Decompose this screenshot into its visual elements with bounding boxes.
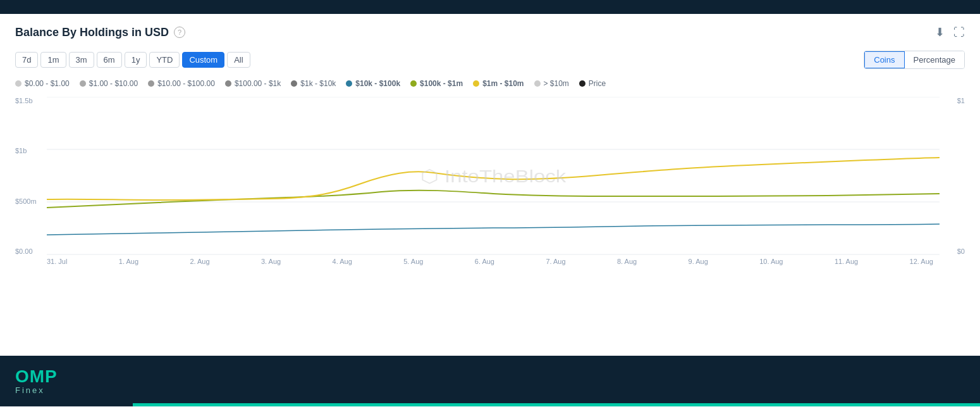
view-percentage[interactable]: Percentage xyxy=(905,51,965,68)
legend-item-5: $10k - $100k xyxy=(346,79,400,88)
x-label-3: 3. Aug xyxy=(261,258,281,265)
x-label-5: 5. Aug xyxy=(403,258,423,265)
legend-label-9: Price xyxy=(589,79,606,88)
view-toggle: Coins Percentage xyxy=(864,51,965,69)
x-label-4: 4. Aug xyxy=(333,258,352,265)
olive-line xyxy=(47,191,940,208)
legend-dot-6 xyxy=(410,80,417,87)
x-axis-row: 31. Jul 1. Aug 2. Aug 3. Aug 4. Aug 5. A… xyxy=(15,255,965,272)
legend-item-9: Price xyxy=(579,79,606,88)
logo-omp: OMP xyxy=(15,368,58,385)
title-area: Balance By Holdings in USD ? xyxy=(15,26,185,39)
legend-label-1: $1.00 - $10.00 xyxy=(89,79,138,88)
legend-dot-4 xyxy=(291,80,297,87)
y-label-bottom: $0.00 xyxy=(15,247,43,255)
controls-row: 7d 1m 3m 6m 1y YTD Custom All Coins Perc… xyxy=(15,51,965,69)
view-coins[interactable]: Coins xyxy=(864,51,904,68)
x-label-1: 1. Aug xyxy=(119,258,138,265)
filter-all[interactable]: All xyxy=(227,52,250,68)
legend-label-2: $10.00 - $100.00 xyxy=(157,79,215,88)
y-axis-left: $1.5b $1b $500m $0.00 xyxy=(15,97,47,255)
legend-item-1: $1.00 - $10.00 xyxy=(80,79,138,88)
chart-svg: ⬡ IntoTheBlock xyxy=(47,97,940,255)
legend-item-3: $100.00 - $1k xyxy=(225,79,281,88)
header-row: Balance By Holdings in USD ? ⬇ ⛶ xyxy=(15,25,965,39)
legend-dot-9 xyxy=(579,80,585,87)
time-filters: 7d 1m 3m 6m 1y YTD Custom All xyxy=(15,52,250,68)
chart-svg-wrapper: ⬡ IntoTheBlock xyxy=(47,97,940,255)
filter-6m[interactable]: 6m xyxy=(97,52,122,68)
y-right-top: $1 xyxy=(943,97,965,104)
legend-dot-1 xyxy=(80,80,86,87)
x-label-0: 31. Jul xyxy=(47,258,67,265)
legend-label-6: $100k - $1m xyxy=(420,79,463,88)
legend-label-5: $10k - $100k xyxy=(355,79,400,88)
y-label-top: $1.5b xyxy=(15,97,43,104)
legend-item-8: > $10m xyxy=(534,79,569,88)
watermark-text: ⬡ IntoTheBlock xyxy=(420,166,567,185)
filter-custom[interactable]: Custom xyxy=(182,52,224,68)
main-content: Balance By Holdings in USD ? ⬇ ⛶ 7d 1m 3… xyxy=(0,14,980,356)
y-right-bottom: $0 xyxy=(943,247,965,255)
y-label-mid2: $500m xyxy=(15,197,43,205)
x-label-10: 10. Aug xyxy=(759,258,783,265)
legend-label-4: $1k - $10k xyxy=(300,79,336,88)
expand-icon[interactable]: ⛶ xyxy=(953,26,965,39)
legend-row: $0.00 - $1.00 $1.00 - $10.00 $10.00 - $1… xyxy=(15,79,965,88)
legend-label-7: $1m - $10m xyxy=(482,79,524,88)
bottom-bar: OMP Finex xyxy=(0,356,980,406)
logo-finex: Finex xyxy=(15,385,58,395)
x-label-8: 8. Aug xyxy=(617,258,637,265)
filter-7d[interactable]: 7d xyxy=(15,52,38,68)
filter-ytd[interactable]: YTD xyxy=(149,52,180,68)
page-title: Balance By Holdings in USD xyxy=(15,26,169,39)
legend-dot-3 xyxy=(225,80,231,87)
legend-dot-0 xyxy=(15,80,21,87)
y-axis-right: $1 $0 xyxy=(940,97,965,255)
filter-1y[interactable]: 1y xyxy=(125,52,147,68)
legend-item-2: $10.00 - $100.00 xyxy=(148,79,215,88)
legend-dot-2 xyxy=(148,80,154,87)
legend-label-3: $100.00 - $1k xyxy=(235,79,281,88)
x-label-6: 6. Aug xyxy=(475,258,494,265)
header-actions: ⬇ ⛶ xyxy=(935,25,965,39)
filter-1m[interactable]: 1m xyxy=(40,52,66,68)
logo-area: OMP Finex xyxy=(15,368,58,395)
legend-item-7: $1m - $10m xyxy=(473,79,524,88)
x-label-11: 11. Aug xyxy=(835,258,858,265)
top-bar xyxy=(0,0,980,14)
x-label-9: 9. Aug xyxy=(689,258,708,265)
teal-line xyxy=(47,224,940,235)
x-label-2: 2. Aug xyxy=(190,258,209,265)
bottom-green-bar xyxy=(133,403,980,406)
x-label-12: 12. Aug xyxy=(910,258,933,265)
legend-label-8: > $10m xyxy=(544,79,569,88)
y-label-mid1: $1b xyxy=(15,147,43,154)
legend-label-0: $0.00 - $1.00 xyxy=(25,79,70,88)
legend-dot-5 xyxy=(346,80,352,87)
legend-item-4: $1k - $10k xyxy=(291,79,336,88)
legend-dot-8 xyxy=(534,80,541,87)
filter-3m[interactable]: 3m xyxy=(69,52,94,68)
legend-item-6: $100k - $1m xyxy=(410,79,463,88)
download-icon[interactable]: ⬇ xyxy=(935,25,945,39)
help-icon[interactable]: ? xyxy=(174,27,185,38)
chart-area: $1.5b $1b $500m $0.00 $1 $0 xyxy=(15,97,965,255)
legend-item-0: $0.00 - $1.00 xyxy=(15,79,70,88)
x-label-7: 7. Aug xyxy=(546,258,565,265)
legend-dot-7 xyxy=(473,80,479,87)
